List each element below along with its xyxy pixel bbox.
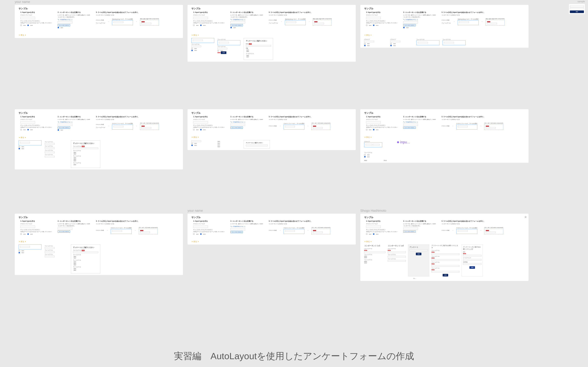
submit-button[interactable]: 確認 — [570, 10, 584, 13]
survey-form[interactable]: アンケートにご協力ください 氏名必須 年齢labellabel メールアドレスl… — [244, 38, 273, 60]
go-to-main-button[interactable]: Go to main instance — [58, 24, 70, 26]
step-1: 1. Input typeを作る テキストフィールド チェックボックスとラジオボ… — [19, 10, 53, 27]
star-icon[interactable]: ★ — [524, 215, 527, 219]
sample-mini-card[interactable]: sample 確認 — [569, 4, 585, 14]
checkbox-checked-icon — [27, 25, 29, 26]
arrow-right-icon: → — [108, 21, 109, 22]
design-card[interactable]: サンプル 1. Input typeを作るテキストフィールドチェックボックスとラ… — [360, 109, 528, 163]
survey-form[interactable]: アンケートにご協力ください フォームラベル必須 フォームラベルlabellabe… — [71, 141, 100, 168]
build-heading: 作る — [19, 34, 179, 36]
component-label[interactable]: inpu... — [397, 140, 410, 144]
reference-row: 1. Input typeを作る テキストフィールド チェックボックスとラジオボ… — [15, 5, 183, 32]
design-card[interactable]: サンプル 1. Input typeを作るテキストフィールドチェックボックスとラ… — [15, 109, 183, 169]
card-wrap: サンプル 1. Input typeを作るテキストフィールドチェックボックスとラ… — [188, 5, 356, 104]
required-badge: 必須 — [141, 21, 145, 22]
design-card[interactable]: ★ サンプル 1. Input typeを作るテキストフィールドチェックボックス… — [360, 214, 528, 281]
card-heading: サンプル — [19, 7, 28, 10]
design-card[interactable]: サンプル 1. Input typeを作るテキストフィールドチェックボックスとラ… — [188, 109, 356, 150]
author-label: Shogo Hashimoto — [360, 209, 386, 213]
panel-col: フォームラベル フォームラベル label 必須 送信 — [217, 38, 241, 60]
design-card[interactable]: サンプル 1. Input typeを作るテキストフィールドチェックボックスとラ… — [188, 5, 356, 62]
build-area: 作る — [15, 32, 183, 38]
arrow-right-icon: → — [136, 21, 137, 22]
card-wrap: your name サンプル 1. Input typeを作る テキストフィール… — [15, 5, 183, 104]
design-card[interactable]: サンプル 1. Input typeを作るテキストフィールドチェックボックスとラ… — [188, 214, 356, 244]
sample-label: sample — [578, 0, 585, 3]
step-3: 3. ラベル(h2)とinput typeを組み合わせてフォームを作り、 コンポ… — [94, 10, 163, 27]
truncated-label: ra... — [413, 277, 525, 279]
text-field[interactable] — [141, 23, 151, 24]
checkbox-checked-icon — [58, 27, 59, 28]
author-label: your name — [15, 0, 30, 4]
card-grid: your name サンプル 1. Input typeを作る テキストフィール… — [0, 0, 588, 315]
build-panels: フォームラベル label label フォームラベル フォームラベル labe… — [191, 38, 352, 60]
submit-button[interactable]: 送信 — [469, 266, 475, 269]
step-2: 2. コンポーネント化を定着する レイヤー名（後でショートカット 練習も兼ねて）… — [56, 10, 92, 30]
component-frame[interactable]: フォームラベル必須 — [140, 20, 159, 25]
reference-row: 1. Input typeを作るテキストフィールドチェックボックスとラジオボタン… — [188, 5, 356, 32]
submit-button[interactable]: 送信 — [443, 274, 448, 276]
survey-outline: アンケート 確認 — [408, 244, 429, 276]
design-card[interactable]: サンプル 1. Input typeを作るテキストフィールドチェックボックスとラ… — [360, 5, 528, 48]
text-field[interactable] — [20, 17, 35, 19]
text-field[interactable] — [58, 21, 72, 24]
text-field[interactable] — [113, 21, 123, 23]
page-caption: 実習編 AutoLayoutを使用したアンケートフォームの作成 — [0, 350, 588, 362]
checkbox-icon — [20, 25, 22, 26]
panel-col: フォームラベル label label — [191, 38, 214, 60]
survey-panel: アンケートにご協力ください 氏名必須 年齢labellabel メールアドレスl… — [244, 38, 273, 60]
submit-button[interactable]: 送信 — [221, 51, 226, 54]
text-field[interactable] — [570, 6, 584, 7]
author-label: your name — [188, 209, 203, 213]
selected-frame[interactable]: フォームラベル — [112, 20, 133, 25]
design-card[interactable]: サンプル 1. Input typeを作る テキストフィールド チェックボックス… — [15, 5, 183, 38]
text-field[interactable] — [570, 8, 584, 9]
confirm-button[interactable]: 確認 — [416, 253, 421, 255]
design-card[interactable]: サンプル 1. Input typeを作るテキストフィールドチェックボックスとラ… — [15, 214, 183, 275]
